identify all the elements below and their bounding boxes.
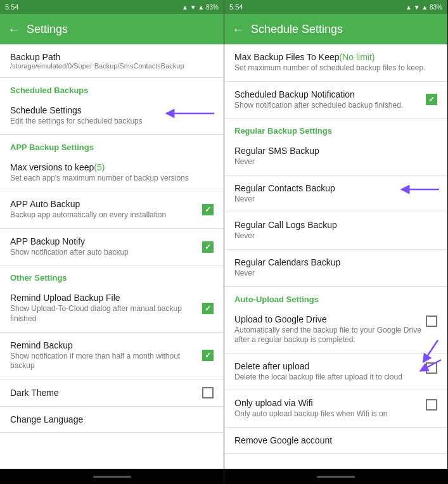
- delete-after-upload-subtitle: Delete the local backup file after uploa…: [234, 373, 426, 383]
- change-language-title: Change Language: [10, 414, 214, 424]
- max-backup-files-title: Max Backup Files To Keep(No limit): [234, 52, 437, 62]
- section-header-auto-upload: Auto-Upload Settings: [224, 287, 447, 307]
- dark-theme-checkbox[interactable]: [202, 387, 214, 398]
- scheduled-notification-item[interactable]: Scheduled Backup Notification Show notif…: [224, 82, 447, 119]
- status-icons-left: ▲ ▼ ▲ 83%: [182, 4, 219, 11]
- home-indicator-right: [317, 476, 355, 478]
- bottom-bar-right: [224, 469, 447, 484]
- app-backup-notify-title: APP Backup Notify: [10, 236, 202, 246]
- regular-contacts-item[interactable]: Regular Contacts Backup Never: [224, 175, 447, 213]
- change-language-item[interactable]: Change Language: [0, 407, 224, 433]
- app-auto-backup-item[interactable]: APP Auto Backup Backup app automatically…: [0, 191, 224, 229]
- section-header-scheduled: Scheduled Backups: [0, 78, 224, 98]
- backup-path-value: /storage/emulated/0/Super Backup/SmsCont…: [10, 62, 214, 70]
- back-button-right[interactable]: ←: [232, 22, 245, 37]
- app-backup-notify-item[interactable]: APP Backup Notify Show notification afte…: [0, 229, 224, 266]
- schedule-settings-item[interactable]: Schedule Settings Edit the settings for …: [0, 98, 224, 135]
- section-header-app-backup: APP Backup Settings: [0, 135, 224, 155]
- remind-backup-title: Remind Backup: [10, 340, 202, 350]
- app-auto-backup-title: APP Auto Backup: [10, 199, 202, 209]
- section-header-other: Other Settings: [0, 265, 224, 285]
- time-left: 5:54: [5, 3, 18, 11]
- right-panel: 5:54 ▲ ▼ ▲ 83% ← Schedule Settings Max B…: [224, 0, 447, 484]
- status-bar-left: 5:54 ▲ ▼ ▲ 83%: [0, 0, 224, 14]
- max-backup-files-subtitle: Set maximum number of scheduled backup f…: [234, 63, 437, 73]
- bottom-bar-left: [0, 469, 224, 484]
- remind-upload-checkbox[interactable]: ✓: [202, 303, 214, 314]
- upload-google-drive-title: Upload to Google Drive: [234, 314, 426, 324]
- regular-calendars-value: Never: [234, 269, 437, 279]
- app-backup-notify-checkbox[interactable]: ✓: [202, 241, 214, 253]
- app-auto-backup-checkbox[interactable]: ✓: [202, 204, 214, 215]
- remind-backup-item[interactable]: Remind Backup Show notification if more …: [0, 333, 224, 379]
- app-auto-backup-subtitle: Backup app automatically on every instal…: [10, 210, 202, 220]
- top-bar-left: ← Settings: [0, 14, 224, 44]
- dark-theme-title: Dark Theme: [10, 388, 202, 398]
- regular-sms-item[interactable]: Regular SMS Backup Never: [224, 138, 447, 175]
- status-bar-right: 5:54 ▲ ▼ ▲ 83%: [224, 0, 447, 14]
- page-title-left: Settings: [27, 23, 68, 36]
- delete-after-upload-item[interactable]: Delete after upload Delete the local bac…: [224, 353, 447, 391]
- remind-upload-title: Remind Upload Backup File: [10, 293, 202, 303]
- arrow-annotation-contacts: [400, 182, 444, 198]
- remove-google-account-title: Remove Google account: [234, 435, 437, 445]
- only-upload-wifi-checkbox[interactable]: [426, 399, 437, 411]
- scheduled-notification-checkbox[interactable]: ✓: [426, 94, 437, 105]
- only-upload-wifi-item[interactable]: Only upload via Wifi Only auto upload ba…: [224, 390, 447, 428]
- regular-calendars-title: Regular Calendars Backup: [234, 257, 437, 267]
- settings-content-right: Max Backup Files To Keep(No limit) Set m…: [224, 44, 447, 469]
- regular-sms-title: Regular SMS Backup: [234, 146, 437, 156]
- back-button-left[interactable]: ←: [8, 22, 20, 37]
- arrow-annotation-left: [163, 104, 221, 123]
- upload-google-drive-item[interactable]: Upload to Google Drive Automatically sen…: [224, 307, 447, 353]
- remind-backup-subtitle: Show notification if more than half a mo…: [10, 352, 202, 371]
- scheduled-notification-subtitle: Show notification after scheduled backup…: [234, 101, 426, 111]
- regular-call-logs-item[interactable]: Regular Call Logs Backup Never: [224, 212, 447, 250]
- max-backup-files-item[interactable]: Max Backup Files To Keep(No limit) Set m…: [224, 44, 447, 82]
- scheduled-notification-title: Scheduled Backup Notification: [234, 89, 426, 99]
- delete-after-upload-title: Delete after upload: [234, 361, 426, 371]
- max-versions-item[interactable]: Max versions to keep(5) Set each app's m…: [0, 155, 224, 192]
- left-panel: 5:54 ▲ ▼ ▲ 83% ← Settings Backup Path /s…: [0, 0, 224, 484]
- dark-theme-item[interactable]: Dark Theme: [0, 379, 224, 407]
- upload-google-drive-checkbox[interactable]: [426, 315, 437, 327]
- max-versions-subtitle: Set each app's maximum number of backup …: [10, 174, 214, 184]
- regular-call-logs-value: Never: [234, 231, 437, 241]
- delete-after-upload-checkbox[interactable]: [426, 362, 437, 374]
- max-versions-title: Max versions to keep(5): [10, 162, 214, 172]
- remove-google-account-item[interactable]: Remove Google account: [224, 428, 447, 454]
- app-backup-notify-subtitle: Show notification after auto backup: [10, 248, 202, 258]
- settings-content-left: Backup Path /storage/emulated/0/Super Ba…: [0, 44, 224, 469]
- only-upload-wifi-title: Only upload via Wifi: [234, 398, 426, 408]
- backup-path-title: Backup Path: [10, 52, 214, 62]
- only-upload-wifi-subtitle: Only auto upload backup files when Wifi …: [234, 409, 426, 419]
- remind-upload-subtitle: Show Upload-To-Cloud dialog after manual…: [10, 304, 202, 324]
- status-icons-right: ▲ ▼ ▲ 83%: [406, 4, 442, 11]
- page-title-right: Schedule Settings: [251, 23, 343, 36]
- upload-google-drive-subtitle: Automatically send the backup file to yo…: [234, 326, 426, 345]
- regular-calendars-item[interactable]: Regular Calendars Backup Never: [224, 250, 447, 287]
- regular-call-logs-title: Regular Call Logs Backup: [234, 220, 437, 230]
- remind-upload-item[interactable]: Remind Upload Backup File Show Upload-To…: [0, 285, 224, 332]
- backup-path-item[interactable]: Backup Path /storage/emulated/0/Super Ba…: [0, 44, 224, 78]
- top-bar-right: ← Schedule Settings: [224, 14, 447, 44]
- home-indicator-left: [93, 476, 131, 478]
- regular-sms-value: Never: [234, 157, 437, 167]
- time-right: 5:54: [229, 3, 243, 11]
- section-header-regular: Regular Backup Settings: [224, 118, 447, 138]
- remind-backup-checkbox[interactable]: ✓: [202, 350, 214, 361]
